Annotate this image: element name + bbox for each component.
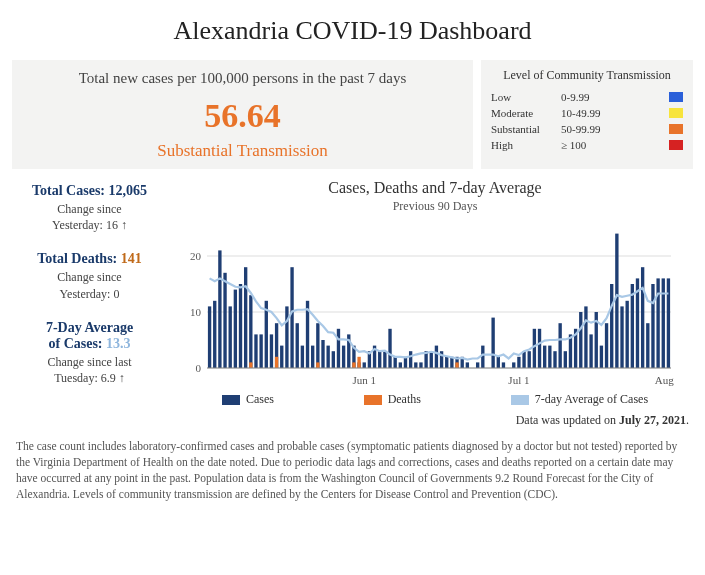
svg-rect-44 [404, 357, 407, 368]
svg-rect-16 [259, 334, 262, 368]
svg-rect-22 [290, 267, 293, 368]
stat-label: Total Deaths: [37, 251, 121, 266]
svg-text:Aug 1: Aug 1 [655, 374, 677, 386]
stats-column: Total Cases: 12,065 Change since Yesterd… [12, 179, 167, 407]
legend-row-moderate: Moderate 10-49.99 [491, 105, 683, 121]
stat-label: 7-Day Average [12, 320, 167, 336]
svg-rect-98 [455, 362, 458, 368]
change-line: Yesterday: 16 [12, 217, 167, 233]
page-title: Alexandria COVID-19 Dashboard [12, 16, 693, 46]
svg-rect-45 [409, 351, 412, 368]
transmission-legend: Level of Community Transmission Low 0-9.… [481, 60, 693, 169]
svg-rect-26 [311, 346, 314, 368]
svg-rect-75 [579, 312, 582, 368]
legend-row-high: High ≥ 100 [491, 137, 683, 153]
swatch-moderate-icon [669, 108, 683, 118]
svg-rect-13 [244, 267, 247, 368]
legend-range: 50-99.99 [561, 123, 669, 135]
chart-subtitle: Previous 90 Days [177, 199, 693, 214]
legend-item-avg: 7-day Average of Cases [511, 392, 648, 407]
svg-rect-60 [497, 357, 500, 368]
svg-rect-69 [548, 346, 551, 368]
svg-rect-46 [414, 362, 417, 368]
svg-text:Jun 1: Jun 1 [352, 374, 376, 386]
svg-rect-77 [589, 334, 592, 368]
svg-rect-63 [517, 357, 520, 368]
svg-rect-71 [558, 323, 561, 368]
svg-rect-80 [605, 323, 608, 368]
legend-name: Moderate [491, 107, 561, 119]
svg-rect-8 [218, 250, 221, 368]
legend-item-deaths: Deaths [364, 392, 421, 407]
svg-rect-11 [234, 290, 237, 368]
stat-head: 7-Day Average of Cases: 13.3 [12, 320, 167, 352]
metric-box: Total new cases per 100,000 persons in t… [12, 60, 473, 169]
svg-rect-31 [337, 329, 340, 368]
chart-column: Cases, Deaths and 7-day Average Previous… [177, 179, 693, 407]
svg-rect-61 [502, 362, 505, 368]
svg-rect-96 [352, 362, 355, 368]
svg-rect-52 [445, 357, 448, 368]
svg-rect-65 [528, 351, 531, 368]
svg-rect-82 [615, 234, 618, 368]
svg-rect-30 [332, 351, 335, 368]
legend-name: Substantial [491, 123, 561, 135]
chart-svg: 01020Jun 1Jul 1Aug 1 [177, 220, 677, 390]
svg-rect-62 [512, 362, 515, 368]
svg-rect-39 [378, 351, 381, 368]
svg-rect-87 [641, 267, 644, 368]
svg-rect-70 [553, 351, 556, 368]
chart-legend: Cases Deaths 7-day Average of Cases [177, 392, 693, 407]
svg-rect-41 [388, 329, 391, 368]
svg-rect-20 [280, 346, 283, 368]
stat-sub: Change since Yesterday: 16 [12, 201, 167, 233]
stat-value: 13.3 [106, 336, 131, 351]
swatch-high-icon [669, 140, 683, 150]
stat-sub: Change since Yesterday: 0 [12, 269, 167, 301]
legend-range: 10-49.99 [561, 107, 669, 119]
svg-rect-91 [662, 278, 665, 368]
svg-rect-94 [275, 357, 278, 368]
svg-rect-21 [285, 306, 288, 368]
metric-label: Total new cases per 100,000 persons in t… [24, 70, 461, 87]
svg-rect-81 [610, 284, 613, 368]
svg-rect-18 [270, 334, 273, 368]
svg-rect-90 [656, 278, 659, 368]
svg-rect-49 [430, 351, 433, 368]
svg-rect-56 [466, 362, 469, 368]
summary-row: Total new cases per 100,000 persons in t… [12, 60, 693, 169]
svg-rect-6 [208, 306, 211, 368]
change-value: Yesterday: 0 [60, 287, 120, 301]
svg-text:10: 10 [190, 306, 202, 318]
svg-rect-40 [383, 351, 386, 368]
svg-rect-84 [626, 301, 629, 368]
stat-label: Total Cases: [32, 183, 109, 198]
svg-rect-76 [584, 306, 587, 368]
metric-status: Substantial Transmission [24, 141, 461, 161]
svg-rect-36 [363, 362, 366, 368]
change-line: Tuesday: 6.9 [12, 370, 167, 386]
updated-text: Data was updated on July 27, 2021. [16, 413, 689, 428]
svg-rect-68 [543, 346, 546, 368]
main-row: Total Cases: 12,065 Change since Yesterd… [12, 179, 693, 407]
legend-row-substantial: Substantial 50-99.99 [491, 121, 683, 137]
legend-swatch-avg-icon [511, 395, 529, 405]
svg-rect-27 [316, 323, 319, 368]
stat-head: Total Deaths: 141 [12, 251, 167, 267]
svg-rect-67 [538, 329, 541, 368]
legend-swatch-cases-icon [222, 395, 240, 405]
svg-text:20: 20 [190, 250, 202, 262]
change-value: Tuesday: 6.9 [54, 371, 125, 385]
svg-rect-10 [229, 306, 232, 368]
svg-text:0: 0 [196, 362, 202, 374]
change-line: Change since last [12, 354, 167, 370]
svg-rect-95 [316, 362, 319, 368]
svg-rect-29 [326, 346, 329, 368]
legend-range: ≥ 100 [561, 139, 669, 151]
svg-rect-24 [301, 346, 304, 368]
svg-rect-64 [522, 351, 525, 368]
svg-rect-12 [239, 284, 242, 368]
change-line: Yesterday: 0 [12, 286, 167, 302]
svg-rect-73 [569, 334, 572, 368]
swatch-substantial-icon [669, 124, 683, 134]
